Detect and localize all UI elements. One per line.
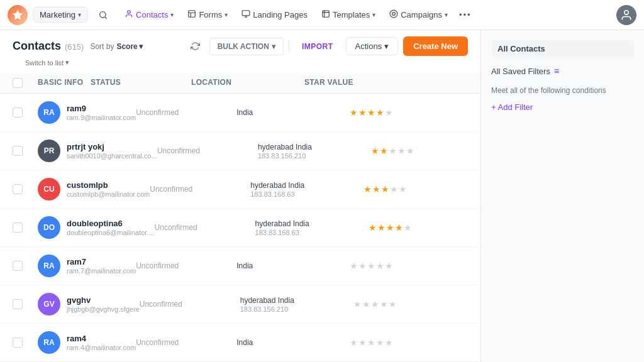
nav-item-landing-pages[interactable]: Landing Pages <box>235 6 314 24</box>
contacts-chevron-icon: ▾ <box>170 11 174 18</box>
workspace-selector[interactable]: Marketing ▾ <box>33 7 88 23</box>
app-logo[interactable] <box>8 5 28 25</box>
landing-pages-label: Landing Pages <box>253 10 308 19</box>
contact-details: ram4 ram.4@mailinator.com <box>67 334 136 351</box>
campaigns-chevron-icon: ▾ <box>445 11 448 18</box>
sort-value-selector[interactable]: Score ▾ <box>116 42 142 51</box>
location-ip: 183.83.156.210 <box>240 305 353 313</box>
contact-name[interactable]: doubleoptina6 <box>67 219 155 228</box>
nav-item-contacts[interactable]: Contacts ▾ <box>118 6 180 24</box>
contact-name[interactable]: prtrjt yokj <box>67 142 157 151</box>
contact-avatar: RA <box>38 101 60 124</box>
location-city: hyderabad India <box>250 181 364 190</box>
forms-label: Forms <box>199 10 222 19</box>
contact-name[interactable]: ram7 <box>67 257 136 266</box>
contact-info: GV gvghv jhjgbgb@gvghvg.sfgere <box>38 293 140 315</box>
contact-stars[interactable]: ★★★★★ <box>371 146 480 156</box>
more-nav-button[interactable]: ••• <box>455 6 475 23</box>
toolbar-divider <box>289 40 289 53</box>
nav-item-templates[interactable]: Templates ▾ <box>315 6 382 24</box>
add-filter-button[interactable]: + Add Filter <box>491 100 634 114</box>
user-avatar[interactable] <box>616 5 636 25</box>
contact-name[interactable]: customlpb <box>67 180 150 190</box>
contact-info: CU customlpb customlpb@mailinator.com <box>38 178 150 200</box>
star-3: ★ <box>371 299 379 309</box>
contacts-area: Contacts (615) Sort by Score ▾ BULK ACTI… <box>0 30 480 362</box>
contact-status: Unconfirmed <box>155 223 255 232</box>
contact-name[interactable]: ram4 <box>67 334 136 343</box>
contact-name[interactable]: gvghv <box>67 295 140 305</box>
nav-item-forms[interactable]: Forms ▾ <box>181 6 234 24</box>
contact-name[interactable]: ram9 <box>67 104 136 113</box>
contact-stars[interactable]: ★★★★★ <box>350 107 475 118</box>
main-content: Contacts (615) Sort by Score ▾ BULK ACTI… <box>0 30 644 362</box>
switch-list-button[interactable]: Switch to list ▾ <box>13 58 69 67</box>
conditions-text: Meet all of the following conditions <box>491 80 634 100</box>
star-2: ★ <box>380 146 388 156</box>
search-button[interactable] <box>93 5 113 25</box>
conditions-label: Meet all of the following conditions <box>491 86 606 95</box>
refresh-button[interactable] <box>187 38 204 55</box>
table-row: RA ram9 ram.9@mailinator.com Unconfirmed… <box>0 94 480 132</box>
contact-location: India <box>236 338 350 347</box>
saved-filters-button[interactable]: All Saved Filters ≡ <box>491 62 634 80</box>
row-more-actions[interactable]: ••• <box>475 260 480 272</box>
contact-stars[interactable]: ★★★★★ <box>364 184 480 194</box>
star-5: ★ <box>389 299 397 309</box>
contact-email: sanith0010@gharcentral.co... <box>67 152 157 160</box>
star-3: ★ <box>367 337 375 348</box>
contact-stars[interactable]: ★★★★★ <box>350 337 475 348</box>
switch-list-chevron-icon: ▾ <box>65 58 69 67</box>
row-more-actions[interactable]: ••• <box>475 337 480 348</box>
row-checkbox[interactable] <box>13 184 23 194</box>
row-checkbox[interactable] <box>13 107 23 118</box>
all-saved-filters-label: All Saved Filters <box>491 67 550 76</box>
sort-by-container: Sort by Score ▾ <box>90 42 142 51</box>
workspace-chevron-icon: ▾ <box>78 11 81 18</box>
contact-location: hyderabad India183.83.156.210 <box>258 143 371 160</box>
star-2: ★ <box>362 299 370 309</box>
row-checkbox[interactable] <box>13 261 23 271</box>
contact-stars[interactable]: ★★★★★ <box>353 299 479 309</box>
contacts-icon <box>125 9 133 20</box>
create-new-button[interactable]: Create New <box>403 36 468 56</box>
contact-email: ram.9@mailinator.com <box>67 114 136 121</box>
contact-info: PR prtrjt yokj sanith0010@gharcentral.co… <box>38 140 157 162</box>
toolbar-top: Contacts (615) Sort by Score ▾ BULK ACTI… <box>0 30 480 58</box>
row-checkbox[interactable] <box>13 146 23 156</box>
star-5: ★ <box>399 184 407 194</box>
contact-info: DO doubleoptina6 doubleoptina6@mailinato… <box>38 216 155 239</box>
svg-point-7 <box>625 10 629 14</box>
templates-chevron-icon: ▾ <box>372 11 375 18</box>
row-checkbox[interactable] <box>13 337 23 348</box>
bulk-action-chevron-icon: ▾ <box>272 42 275 51</box>
contact-location: hyderabad India183.83.156.210 <box>240 296 353 313</box>
contact-avatar: RA <box>38 331 60 354</box>
star-1: ★ <box>364 184 372 194</box>
row-checkbox[interactable] <box>13 299 23 309</box>
actions-button[interactable]: Actions ▾ <box>346 37 399 55</box>
import-button[interactable]: IMPORT <box>294 38 341 55</box>
star-1: ★ <box>350 337 358 348</box>
star-4: ★ <box>376 261 384 271</box>
bulk-action-button[interactable]: BULK ACTION ▾ <box>209 38 284 55</box>
row-more-actions[interactable]: ••• <box>475 107 480 118</box>
contact-stars[interactable]: ★★★★★ <box>350 261 475 271</box>
actions-chevron-icon: ▾ <box>384 41 389 51</box>
nav-item-campaigns[interactable]: Campaigns ▾ <box>383 6 454 24</box>
sort-chevron-icon: ▾ <box>139 42 143 51</box>
row-checkbox[interactable] <box>13 222 23 233</box>
contact-count: (615) <box>65 42 84 52</box>
contact-avatar: GV <box>38 293 60 315</box>
contact-avatar: RA <box>38 255 60 277</box>
all-contacts-section[interactable]: All Contacts <box>491 40 634 57</box>
svg-point-0 <box>100 11 106 17</box>
star-2: ★ <box>358 337 367 348</box>
select-all-checkbox[interactable] <box>13 78 23 88</box>
contact-stars[interactable]: ★★★★★ <box>369 222 480 233</box>
row-checkbox-col <box>13 107 38 118</box>
contact-details: doubleoptina6 doubleoptina6@mailinator..… <box>67 219 155 236</box>
star-4: ★ <box>380 299 388 309</box>
toolbar-bottom: Switch to list ▾ <box>0 58 480 73</box>
star-5: ★ <box>406 146 414 156</box>
